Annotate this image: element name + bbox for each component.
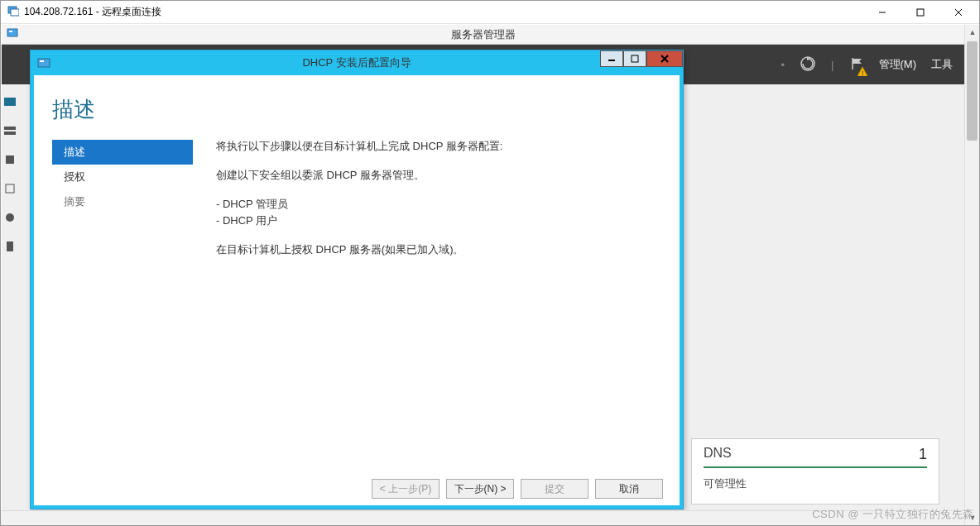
wizard-cancel-button[interactable]: 取消 [595,479,663,499]
server-manager-icon [7,27,18,42]
wizard-next-button[interactable]: 下一步(N) > [446,479,514,499]
rdp-title-left: 104.208.72.161 - 远程桌面连接 [7,5,161,20]
svg-point-18 [6,213,14,222]
wizard-content-p1: 将执行以下步骤以便在目标计算机上完成 DHCP 服务器配置: [216,138,656,155]
svg-rect-3 [917,9,924,16]
wizard-nav-description[interactable]: 描述 [52,140,193,165]
dns-tile[interactable]: DNS 1 可管理性 [691,438,939,504]
vertical-scrollbar[interactable]: ▲ ▼ [964,25,979,525]
sidebar-icon[interactable] [4,212,16,226]
rdp-icon [7,5,19,20]
wizard-close-button[interactable] [646,50,683,67]
svg-rect-7 [9,31,12,32]
rdp-window: 104.208.72.161 - 远程桌面连接 服务器管理器 • [0,0,980,526]
manage-menu[interactable]: 管理(M) [879,57,917,72]
sidebar-icon[interactable] [4,183,16,197]
sidebar-icon[interactable] [4,125,16,139]
wizard-nav: 描述 授权 摘要 [52,140,193,214]
wizard-minimize-button[interactable] [600,50,623,67]
wizard-maximize-button[interactable] [623,50,646,67]
toolbar-separator: | [831,59,833,71]
wizard-title: DHCP 安装后配置向导 [31,55,683,70]
sidebar-icon[interactable] [4,241,16,255]
wizard-content: 将执行以下步骤以便在目标计算机上完成 DHCP 服务器配置: 创建以下安全组以委… [216,138,656,270]
scroll-thumb[interactable] [967,41,978,141]
watermark: CSDN @ 一只特立独行的兔先森 [812,507,974,522]
svg-rect-23 [632,55,638,62]
rdp-title-text: 104.208.72.161 - 远程桌面连接 [24,5,161,19]
notifications-flag[interactable]: ! [849,56,864,74]
refresh-button[interactable] [800,55,816,74]
svg-rect-14 [4,127,16,130]
wizard-prev-button: < 上一步(P) [372,479,440,499]
warning-badge-icon: ! [858,66,867,75]
wizard-titlebar[interactable]: DHCP 安装后配置向导 [31,50,683,75]
dns-tile-label: DNS [704,446,732,463]
wizard-body: 描述 描述 授权 摘要 将执行以下步骤以便在目标计算机上完成 DHCP 服务器配… [31,75,683,509]
minimize-button[interactable] [863,1,901,24]
remote-desktop-content: 服务器管理器 • | ! 管理(M) 工具 [2,25,964,510]
wizard-nav-summary: 摘要 [52,189,193,214]
sidebar-icon[interactable] [4,96,16,110]
svg-rect-6 [7,29,17,36]
remote-app-titlebar: 服务器管理器 [2,25,964,45]
wizard-window-controls [600,50,683,67]
svg-rect-13 [4,98,16,106]
dns-tile-count: 1 [919,446,927,463]
close-button[interactable] [939,1,978,24]
svg-rect-17 [6,184,14,193]
wizard-content-p2: 创建以下安全组以委派 DHCP 服务器管理。 [216,167,656,184]
tools-menu[interactable]: 工具 [931,57,953,72]
svg-text:!: ! [861,69,862,76]
left-strip [2,84,18,510]
rdp-window-controls [863,1,978,24]
wizard-commit-button: 提交 [521,479,588,499]
wizard-button-bar: < 上一步(P) 下一步(N) > 提交 取消 [372,479,663,499]
wizard-content-li1: - DHCP 管理员 [216,196,656,213]
sidebar-icon[interactable] [4,154,16,168]
remote-app-title: 服务器管理器 [2,25,964,45]
wizard-nav-authorization[interactable]: 授权 [52,165,193,189]
dns-tile-manageability: 可管理性 [704,476,927,491]
svg-rect-16 [6,155,14,164]
toolbar-separator: • [781,59,785,71]
svg-rect-15 [4,132,16,135]
scroll-up-arrow[interactable]: ▲ [965,25,980,40]
wizard-content-li2: - DHCP 用户 [216,213,656,230]
svg-rect-1 [11,9,19,16]
wizard-heading: 描述 [52,95,95,124]
wizard-content-p3: 在目标计算机上授权 DHCP 服务器(如果已加入域)。 [216,241,656,259]
maximize-button[interactable] [901,1,939,24]
dhcp-post-install-wizard: DHCP 安装后配置向导 描述 描述 授权 摘要 将执行以下步骤以便在目标计算机… [30,50,684,509]
svg-rect-19 [7,241,13,251]
rdp-titlebar: 104.208.72.161 - 远程桌面连接 [1,1,979,24]
